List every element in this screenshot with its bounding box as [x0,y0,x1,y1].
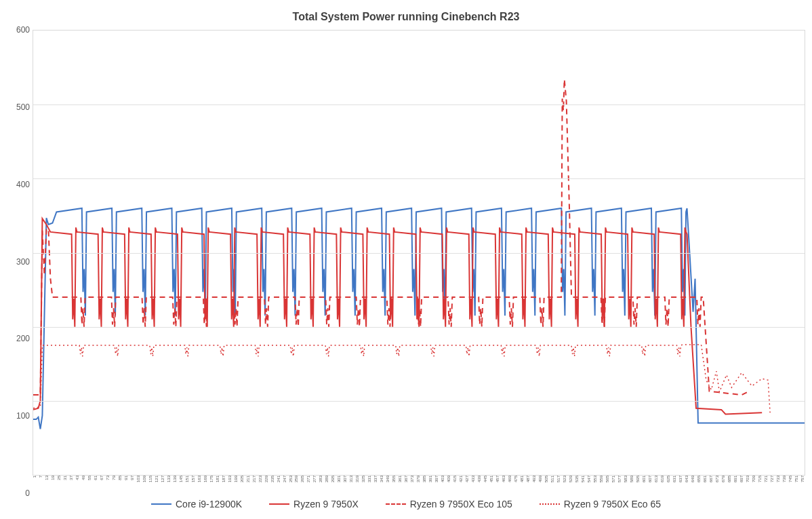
x-tick-label: 517 [556,476,561,482]
x-tick-label: 619 [660,476,664,482]
x-tick-label: 565 [605,476,609,482]
x-tick-label: 505 [544,476,548,482]
x-tick-label: 313 [349,476,353,482]
x-tick-label: 133 [167,476,171,482]
x-tick-label: 433 [471,476,475,482]
chart-container: Total System Power running Cinebench R23… [7,7,805,512]
x-tick-label: 511 [550,476,554,482]
x-tick-label: 367 [404,476,408,482]
x-tick-label: 601 [642,476,646,482]
x-tick-label: 145 [179,476,183,482]
x-tick-label: 685 [727,476,731,482]
x-tick-label: 139 [173,476,177,482]
x-tick-label: 697 [739,476,744,482]
x-tick-label: 655 [697,476,701,482]
x-tick-label: 241 [277,476,281,482]
plot-and-x: 1713192531374349556167737985919710310911… [33,30,805,493]
x-tick-label: 247 [283,476,287,482]
x-tick-label: 319 [355,476,359,482]
x-tick-label: 175 [209,476,214,482]
y-tick-label: 600 [16,25,30,35]
x-tick-label: 295 [331,476,335,482]
legend: Core i9-12900KRyzen 9 7950XRyzen 9 7950X… [7,493,805,512]
x-tick-label: 469 [508,476,512,482]
series-line [33,345,770,412]
x-tick-label: 49 [81,476,85,480]
x-tick-label: 91 [124,476,128,480]
x-tick-label: 283 [319,476,323,482]
x-tick-label: 529 [569,476,573,482]
x-tick-label: 361 [398,476,402,482]
x-tick-label: 631 [672,476,676,482]
x-tick-label: 55 [87,476,92,480]
legend-item: Ryzen 9 7950X Eco 105 [386,499,512,510]
x-tick-label: 457 [495,476,500,482]
x-tick-label: 439 [477,476,481,482]
x-tick-label: 109 [142,476,146,482]
y-tick-label: 400 [16,180,30,189]
x-tick-label: 199 [234,476,238,482]
x-tick-label: 751 [794,476,798,482]
x-tick-label: 535 [575,476,579,482]
x-tick-label: 643 [685,476,689,482]
x-tick-label: 499 [538,476,542,482]
x-tick-label: 301 [337,476,341,482]
x-tick-label: 607 [648,476,652,482]
legend-label: Core i9-12900K [176,499,242,510]
x-tick-label: 625 [666,476,670,482]
x-tick-label: 745 [788,476,792,482]
x-axis: 1713192531374349556167737985919710310911… [33,476,805,493]
x-tick-label: 277 [312,476,317,482]
x-tick-label: 391 [428,476,432,482]
x-tick-label: 487 [526,476,530,482]
x-tick-label: 595 [636,476,640,482]
x-tick-label: 13 [45,476,49,480]
gridline [33,401,805,402]
x-tick-label: 331 [367,476,371,482]
x-tick-label: 427 [465,476,469,482]
x-tick-label: 679 [721,476,725,482]
x-tick-label: 1 [33,476,37,478]
x-tick-label: 7 [39,476,43,478]
y-tick-label: 500 [16,102,30,112]
gridline [33,327,805,328]
x-tick-label: 583 [624,476,628,482]
gridline [33,253,805,254]
chart-title: Total System Power running Cinebench R23 [7,7,805,30]
legend-swatch [151,503,171,505]
x-tick-label: 709 [752,476,756,482]
x-tick-label: 649 [691,476,695,482]
x-tick-label: 115 [148,476,153,482]
x-tick-label: 661 [703,476,707,482]
x-tick-label: 637 [678,476,683,482]
x-tick-label: 193 [228,476,232,482]
x-tick-label: 61 [94,476,98,480]
x-tick-label: 163 [197,476,201,482]
x-tick-label: 481 [520,476,524,482]
x-tick-label: 673 [715,476,719,482]
gridline [33,178,805,179]
legend-item: Ryzen 9 7950X [269,499,359,510]
y-tick-label: 300 [16,257,30,267]
gridline [33,104,805,105]
x-tick-label: 19 [51,476,55,480]
x-tick-label: 721 [764,476,768,482]
x-tick-label: 205 [240,476,244,482]
y-axis: 0100200300400500600 [7,30,33,493]
x-tick-label: 25 [57,476,61,480]
x-tick-label: 463 [502,476,506,482]
x-tick-label: 169 [203,476,207,482]
legend-swatch [386,503,406,505]
x-tick-label: 325 [361,476,365,482]
x-tick-label: 493 [532,476,536,482]
x-tick-label: 97 [130,476,134,480]
x-tick-label: 103 [136,476,140,482]
x-tick-label: 475 [514,476,518,482]
x-tick-label: 385 [422,476,426,482]
x-tick-label: 265 [300,476,304,482]
x-tick-label: 223 [258,476,262,482]
x-tick-label: 259 [294,476,298,482]
x-tick-label: 271 [306,476,310,482]
x-tick-label: 559 [599,476,603,482]
x-tick-label: 733 [776,476,780,482]
